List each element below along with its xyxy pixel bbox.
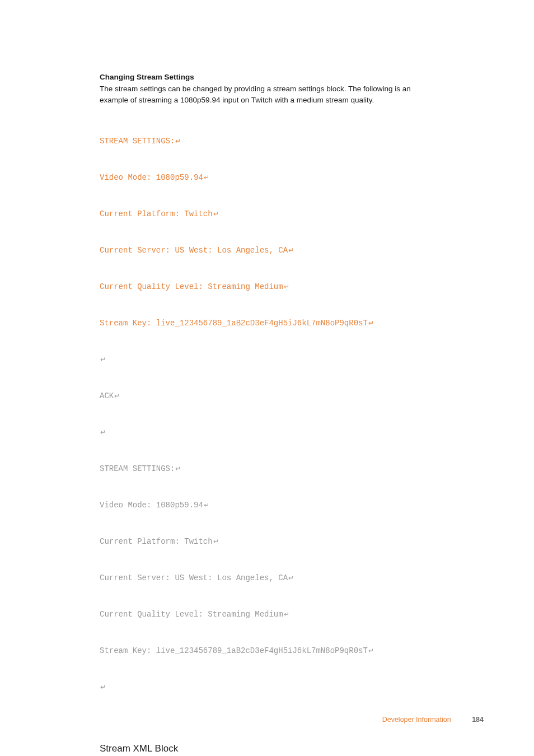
enter-icon: ↵: [204, 172, 209, 183]
code-line: Current Server: US West: Los Angeles, CA…: [100, 572, 434, 585]
code-line: Current Platform: Twitch↵: [100, 536, 434, 548]
enter-icon: ↵: [368, 646, 374, 656]
footer-page-number: 184: [472, 716, 484, 724]
heading-changing-stream-settings: Changing Stream Settings: [100, 73, 434, 81]
footer-section-label: Developer Information: [382, 716, 451, 724]
code-line: ACK↵: [100, 390, 434, 403]
enter-icon: ↵: [368, 318, 374, 329]
code-line: Current Server: US West: Los Angeles, CA…: [100, 245, 434, 257]
code-line: ↵: [100, 354, 434, 366]
enter-icon: ↵: [284, 609, 289, 620]
enter-icon: ↵: [100, 354, 106, 365]
paragraph-changing-intro: The stream settings can be changed by pr…: [100, 83, 434, 105]
document-page: Changing Stream Settings The stream sett…: [0, 0, 534, 756]
code-line: Video Mode: 1080p59.94↵: [100, 172, 434, 184]
code-line: ↵: [100, 427, 434, 439]
enter-icon: ↵: [204, 500, 209, 511]
enter-icon: ↵: [100, 682, 106, 693]
code-line: Stream Key: live_123456789_1aB2cD3eF4gH5…: [100, 318, 434, 330]
enter-icon: ↵: [213, 536, 219, 547]
code-line: Current Quality Level: Streaming Medium↵: [100, 609, 434, 621]
enter-icon: ↵: [284, 282, 289, 292]
enter-icon: ↵: [175, 464, 181, 474]
enter-icon: ↵: [288, 573, 294, 584]
code-line: Video Mode: 1080p59.94↵: [100, 500, 434, 512]
enter-icon: ↵: [114, 391, 120, 402]
code-line: STREAM SETTINGS:↵: [100, 463, 434, 475]
code-block-stream-settings: STREAM SETTINGS:↵ Video Mode: 1080p59.94…: [100, 111, 434, 718]
enter-icon: ↵: [100, 427, 106, 438]
heading-stream-xml-block: Stream XML Block: [100, 743, 434, 754]
enter-icon: ↵: [175, 136, 181, 147]
code-line: Current Quality Level: Streaming Medium↵: [100, 281, 434, 293]
enter-icon: ↵: [213, 209, 219, 220]
code-line: STREAM SETTINGS:↵: [100, 136, 434, 148]
enter-icon: ↵: [288, 245, 294, 256]
code-line: ↵: [100, 682, 434, 694]
code-line: Current Platform: Twitch↵: [100, 208, 434, 221]
code-line: Stream Key: live_123456789_1aB2cD3eF4gH5…: [100, 645, 434, 657]
page-footer: Developer Information 184: [382, 716, 484, 724]
